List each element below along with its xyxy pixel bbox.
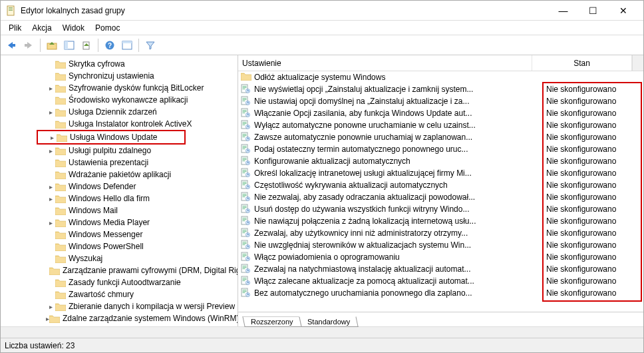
tree-label: Zbieranie danych i kompilacja w wersji P… xyxy=(69,302,235,311)
list-item-state: Nie skonfigurowano xyxy=(546,204,641,214)
tree-item[interactable]: ▸Środowisko wykonawcze aplikacji xyxy=(1,94,238,106)
svg-rect-106 xyxy=(243,242,247,242)
forward-button[interactable] xyxy=(21,37,37,53)
svg-rect-107 xyxy=(243,243,247,244)
tree-item[interactable]: ▸Usługa Instalator kontrolek ActiveX xyxy=(1,118,238,130)
list-row[interactable]: Nie ustawiaj opcji domyślnej na „Zainsta… xyxy=(238,95,643,107)
tree-item[interactable]: ▸Wdrażanie pakietów aplikacji xyxy=(1,169,238,180)
tree-item[interactable]: ▸Windows Hello dla firm xyxy=(1,192,238,204)
menu-file[interactable]: Plik xyxy=(3,22,27,34)
tree-item[interactable]: ▸Szyfrowanie dysków funkcją BitLocker xyxy=(1,82,238,94)
tree-item[interactable]: ▸Zawartość chmury xyxy=(1,288,238,300)
tree-item[interactable]: ▸Ustawienia prezentacji xyxy=(1,157,238,169)
svg-rect-36 xyxy=(243,122,247,123)
expander-icon[interactable]: ▸ xyxy=(46,303,55,310)
svg-rect-122 xyxy=(243,268,245,269)
close-button[interactable]: ✕ xyxy=(608,1,638,20)
list-row[interactable]: Usuń dostęp do używania wszystkich funkc… xyxy=(238,203,643,215)
maximize-button[interactable]: ☐ xyxy=(578,1,608,20)
tree-item[interactable]: ▸Zdalne zarządzanie systemem Windows (Wi… xyxy=(1,312,238,324)
titlebar: Edytor lokalnych zasad grupy — ☐ ✕ xyxy=(1,1,643,21)
menu-help[interactable]: Pomoc xyxy=(90,22,125,34)
svg-rect-125 xyxy=(247,270,249,271)
menu-action[interactable]: Akcja xyxy=(27,22,57,34)
tree-item[interactable]: ▸Skrytka cyfrowa xyxy=(1,58,238,70)
tree-item[interactable]: ▸Windows Defender xyxy=(1,180,238,192)
tree-label: Windows PowerShell xyxy=(69,242,144,251)
column-header-state[interactable]: Stan xyxy=(532,55,632,71)
expander-icon[interactable]: ▸ xyxy=(46,195,55,202)
folder-icon xyxy=(55,171,66,179)
list-item-state: Nie skonfigurowano xyxy=(546,216,641,226)
list-row[interactable]: Włączanie Opcji zasilania, aby funkcja W… xyxy=(238,107,643,119)
expander-icon[interactable]: ▸ xyxy=(46,219,55,226)
up-button[interactable] xyxy=(44,37,60,53)
svg-rect-118 xyxy=(247,258,249,259)
tree-label: Usługa Dziennik zdarzeń xyxy=(69,107,157,117)
svg-rect-93 xyxy=(243,219,247,220)
list-body[interactable]: Odłóż aktualizacje systemu WindowsNie wy… xyxy=(238,71,643,312)
list-row[interactable]: Określ lokalizację intranetowej usługi a… xyxy=(238,167,643,179)
tree-label: Usługi pulpitu zdalnego xyxy=(69,146,151,155)
folder-icon xyxy=(55,206,66,215)
tree-item[interactable]: ▸Windows Media Player xyxy=(1,216,238,228)
tree-item[interactable]: ▸Synchronizuj ustawienia xyxy=(1,70,238,82)
tree-item[interactable]: ▸Usługi pulpitu zdalnego xyxy=(1,145,238,157)
expander-icon[interactable]: ▸ xyxy=(47,134,57,141)
tab-standard[interactable]: Standardowy xyxy=(299,316,359,327)
menu-view[interactable]: Widok xyxy=(57,22,90,34)
list-row[interactable]: Bez automatycznego uruchamiania ponowneg… xyxy=(238,287,643,299)
list-row[interactable]: Nie wyświetlaj opcji „Zainstaluj aktuali… xyxy=(238,83,643,95)
list-row[interactable]: Wyłącz automatyczne ponowne uruchamianie… xyxy=(238,119,643,131)
tree-item[interactable]: ▸Zasady funkcji Autoodtwarzanie xyxy=(1,276,238,288)
list-row[interactable]: Zezwalaj, aby użytkownicy inni niż admin… xyxy=(238,227,643,239)
list-row[interactable]: Nie nawiązuj połączenia z żadną lokaliza… xyxy=(238,215,643,227)
expander-icon[interactable]: ▸ xyxy=(46,109,55,116)
tree-pane[interactable]: ▸Skrytka cyfrowa▸Synchronizuj ustawienia… xyxy=(1,55,238,326)
back-button[interactable] xyxy=(3,37,19,53)
tab-extended[interactable]: Rozszerzony xyxy=(242,316,301,327)
list-row[interactable]: Nie zezwalaj, aby zasady odraczania aktu… xyxy=(238,191,643,203)
svg-rect-41 xyxy=(247,127,249,127)
svg-rect-97 xyxy=(247,222,249,223)
svg-rect-129 xyxy=(243,280,245,281)
list-row[interactable]: Zezwalaj na natychmiastową instalację ak… xyxy=(238,263,643,275)
list-folder-row[interactable]: Odłóż aktualizacje systemu Windows xyxy=(238,71,643,83)
tree-item[interactable]: ▸Zarządzanie prawami cyfrowymi (DRM, Dig… xyxy=(1,264,238,276)
list-row[interactable]: Zawsze automatycznie ponownie uruchamiaj… xyxy=(238,131,643,143)
tree-label: Windows Media Player xyxy=(69,218,150,227)
setting-icon xyxy=(241,168,251,178)
list-row[interactable]: Konfigurowanie aktualizacji automatyczny… xyxy=(238,155,643,167)
expander-icon[interactable]: ▸ xyxy=(46,183,55,190)
tree-item[interactable]: ▸Usługa Dziennik zdarzeń xyxy=(1,106,238,118)
list-row[interactable]: Podaj ostateczny termin automatycznego p… xyxy=(238,143,643,155)
expander-icon[interactable]: ▸ xyxy=(46,85,55,92)
svg-rect-94 xyxy=(243,220,245,221)
column-header-name[interactable]: Ustawienie xyxy=(238,55,532,71)
tree-item[interactable]: ▸Windows PowerShell xyxy=(1,240,238,252)
tree-item[interactable]: ▸Windows Mail xyxy=(1,204,238,216)
list-row[interactable]: Nie uwzględniaj sterowników w aktualizac… xyxy=(238,239,643,251)
properties-button[interactable] xyxy=(119,37,135,53)
list-item-state: Nie skonfigurowano xyxy=(546,276,641,286)
show-hide-tree-button[interactable] xyxy=(61,37,77,53)
minimize-button[interactable]: — xyxy=(548,1,578,20)
list-row[interactable]: Częstotliwość wykrywania aktualizacji au… xyxy=(238,179,643,191)
filter-button[interactable] xyxy=(142,37,158,53)
list-row[interactable]: Włącz powiadomienia o oprogramowaniuNie … xyxy=(238,251,643,263)
export-button[interactable] xyxy=(79,37,94,53)
tree-item[interactable]: ▸Zbieranie danych i kompilacja w wersji … xyxy=(1,300,238,312)
expander-icon[interactable]: ▸ xyxy=(46,147,55,155)
list-row[interactable]: Włącz zalecane aktualizacje za pomocą ak… xyxy=(238,275,643,287)
list-item-name: Nie uwzględniaj sterowników w aktualizac… xyxy=(254,240,546,250)
tree-item[interactable]: ▸Wyszukaj xyxy=(1,252,238,264)
tree-item[interactable]: ▸Usługa Windows Update xyxy=(38,131,184,143)
folder-icon xyxy=(55,60,66,69)
svg-rect-78 xyxy=(243,194,247,194)
horizontal-scrollbar[interactable] xyxy=(1,326,643,338)
svg-rect-90 xyxy=(247,210,249,211)
tree-item[interactable]: ▸Windows Messenger xyxy=(1,228,238,240)
help-button[interactable]: ? xyxy=(102,37,118,53)
tree-label: Windows Hello dla firm xyxy=(69,194,150,203)
svg-rect-79 xyxy=(243,195,247,196)
